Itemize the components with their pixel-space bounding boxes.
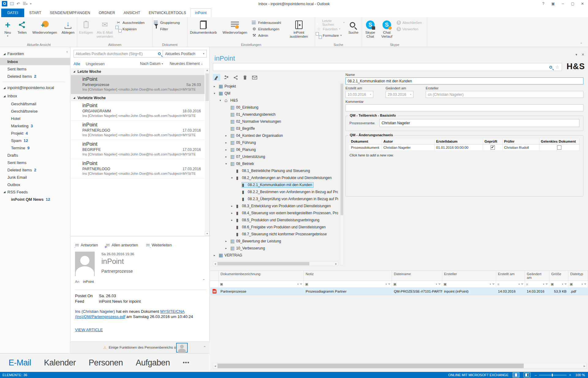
tree-item[interactable]: ▸ 08.3_Entwicklung von Produkten und Die…: [210, 202, 338, 209]
tree-expand-icon[interactable]: ▸: [225, 141, 230, 144]
gelenktes-dokument-checkbox[interactable]: [557, 145, 561, 150]
ribbon-tab[interactable]: ANSICHT: [119, 9, 145, 17]
folder-expand-icon[interactable]: ◢: [3, 95, 7, 98]
tree-expand-icon[interactable]: ▸: [214, 85, 218, 88]
tree-item[interactable]: ▸ 05_Führung: [210, 139, 338, 146]
comment-field[interactable]: [345, 104, 583, 111]
ribbon-tab[interactable]: DATEI: [1, 9, 24, 17]
filter-cell[interactable]: = ▾: [525, 281, 549, 288]
tree-item[interactable]: ▾ 08_Betrieb: [210, 160, 338, 167]
column-header[interactable]: Dokument: [349, 139, 382, 144]
folder-item[interactable]: [0, 80, 70, 84]
inpoint-ausblenden-button[interactable]: inPoint ausblenden: [287, 18, 311, 42]
folder-item[interactable]: Marketing 3: [0, 122, 70, 129]
clear-filter-icon[interactable]: [584, 283, 586, 285]
tree-item[interactable]: ▾ H&S: [210, 97, 338, 104]
folder-item[interactable]: Spam 12: [0, 137, 70, 144]
filter-button[interactable]: Filter: [153, 26, 181, 32]
column-header[interactable]: Erstellt am: [496, 271, 525, 281]
tree-item[interactable]: ▸ 08.4_Steuerung von extern bereitgestel…: [210, 209, 338, 216]
clear-filter-icon[interactable]: [545, 283, 548, 285]
chevron-down-icon[interactable]: ▾: [543, 283, 544, 286]
scroll-right-icon[interactable]: ►: [582, 363, 586, 369]
zoom-out-button[interactable]: –: [535, 373, 537, 377]
tree-expand-icon[interactable]: ▸: [214, 254, 218, 257]
tree-item[interactable]: 00_Einleitung: [210, 104, 338, 111]
scrollbar-thumb[interactable]: [205, 73, 209, 101]
ausschneiden-button[interactable]: ✂ Ausschneiden: [115, 19, 146, 26]
sort-by-dropdown[interactable]: Nach Datum: [140, 62, 160, 66]
minimize-button[interactable]: –: [559, 1, 567, 7]
folder-item[interactable]: Outbox: [0, 181, 70, 188]
wiedervorlegen-button[interactable]: + Wiedervorlegen: [29, 18, 60, 42]
filter-mode-icon[interactable]: ▣: [220, 282, 223, 286]
folder-item[interactable]: Geschäftsmail: [0, 100, 70, 107]
zoom-slider[interactable]: [539, 375, 567, 375]
ribbon-tab[interactable]: START: [25, 9, 45, 17]
reply-button[interactable]: ✉← Antworten: [75, 242, 98, 248]
group-expand-icon[interactable]: ◢: [73, 96, 77, 99]
teilen-button[interactable]: Teilen: [15, 18, 29, 42]
tree-item[interactable]: ▸ 08.5_Produktion und Dienstleistungserb…: [210, 216, 338, 223]
mail-list-item[interactable]: inPoint Partnerprozesse Sa 26.03 Ins [Ch…: [71, 75, 205, 94]
people-pane-avatar[interactable]: [176, 343, 188, 353]
folder-item[interactable]: Hotel: [0, 115, 70, 122]
zoom-slider-thumb[interactable]: [552, 374, 553, 376]
favorite-star-icon[interactable]: ☆: [555, 65, 559, 69]
nav-item[interactable]: Personen: [89, 358, 123, 368]
forward-button[interactable]: ✉→ Weiterleiten: [146, 242, 172, 248]
tree-expand-icon[interactable]: ▾: [231, 176, 236, 179]
filter-mode-icon[interactable]: ▣: [570, 282, 573, 286]
zoom-level[interactable]: 100 %: [575, 373, 585, 377]
clear-filter-icon[interactable]: [438, 283, 441, 285]
clear-filter-icon[interactable]: [300, 283, 302, 285]
chevron-down-icon[interactable]: ▾: [436, 283, 437, 286]
filter-mode-icon[interactable]: ▣: [551, 282, 554, 286]
tree-item[interactable]: ▸ Projekt: [210, 83, 338, 90]
folder-item[interactable]: Drafts: [0, 152, 70, 159]
tree-expand-icon[interactable]: ▸: [225, 134, 230, 137]
column-header[interactable]: Geprüft: [483, 139, 503, 144]
folder-item[interactable]: ◢ Favoriten: [0, 50, 70, 58]
chevron-down-icon[interactable]: ▾: [582, 283, 583, 286]
close-button[interactable]: ✕: [578, 1, 587, 7]
tab-ungelesen[interactable]: Ungelesen: [86, 62, 105, 66]
skype-chat-button[interactable]: S Skype Chat: [362, 18, 378, 42]
clear-filter-icon[interactable]: [564, 283, 567, 285]
kopieren-button[interactable]: Kopieren: [115, 26, 146, 32]
tree-item[interactable]: 08.1_Betriebliche Planung und Steuerung: [210, 167, 338, 174]
tree-item[interactable]: 08.7_Steuerung nicht konformer Prozesser…: [210, 230, 338, 238]
wiedervorlagen-button[interactable]: Wiedervorlagen: [219, 18, 251, 42]
folder-expand-icon[interactable]: ◢: [3, 190, 7, 193]
mail-list-item[interactable]: inPoint PARTNERLOGO 17.03.2016 Ins [Chri…: [71, 159, 205, 178]
clear-filter-icon[interactable]: [492, 283, 495, 285]
scroll-right-icon[interactable]: ►: [334, 262, 338, 266]
dokumentenkorb-button[interactable]: Dokumentenkorb: [187, 18, 219, 42]
folder-expand-icon[interactable]: ◢: [3, 86, 7, 89]
panel-close-icon[interactable]: ✕: [582, 53, 584, 57]
tree-item[interactable]: ▸ 09_Bewertung der Leistung: [210, 238, 338, 245]
geprueft-checkbox[interactable]: [491, 145, 495, 150]
zoom-in-button[interactable]: +: [569, 373, 571, 377]
filter-cell[interactable]: ▣ ▾: [442, 281, 496, 288]
panel-menu-icon[interactable]: ▾: [575, 53, 577, 57]
filter-mode-icon[interactable]: ▣: [443, 282, 447, 286]
column-header[interactable]: Dateityp: [568, 271, 588, 281]
column-header[interactable]: Geändert am: [525, 271, 549, 281]
tree-expand-icon[interactable]: ▸: [231, 204, 236, 208]
inpoint-search-input[interactable]: ☆: [213, 63, 562, 71]
column-header[interactable]: Gelenktes Dokument: [539, 139, 579, 144]
tree-item[interactable]: 08.2.3_Überprüfung von Anforderungen in …: [210, 195, 338, 202]
mail-list-scrollbar[interactable]: ▲ ▼: [205, 68, 209, 236]
tree-expand-icon[interactable]: ▾: [214, 92, 218, 95]
delete-button[interactable]: [241, 74, 249, 81]
filter-mode-icon[interactable]: =: [497, 283, 499, 286]
filter-mode-icon[interactable]: =: [526, 283, 528, 286]
nav-item[interactable]: E-Mail: [9, 358, 31, 368]
document-row[interactable]: Partnerprozesse Prozessdiagramm Partner …: [210, 288, 588, 295]
ribbon-tab[interactable]: SENDEN/EMPFANGEN: [46, 9, 95, 17]
mail-list-item[interactable]: ◢ Vorletzte Woche: [71, 94, 205, 101]
formulare-button[interactable]: Formulare▾: [315, 32, 346, 39]
filter-mode-icon[interactable]: ▣: [305, 282, 308, 286]
folder-item[interactable]: ◢ Inbox: [0, 92, 70, 100]
